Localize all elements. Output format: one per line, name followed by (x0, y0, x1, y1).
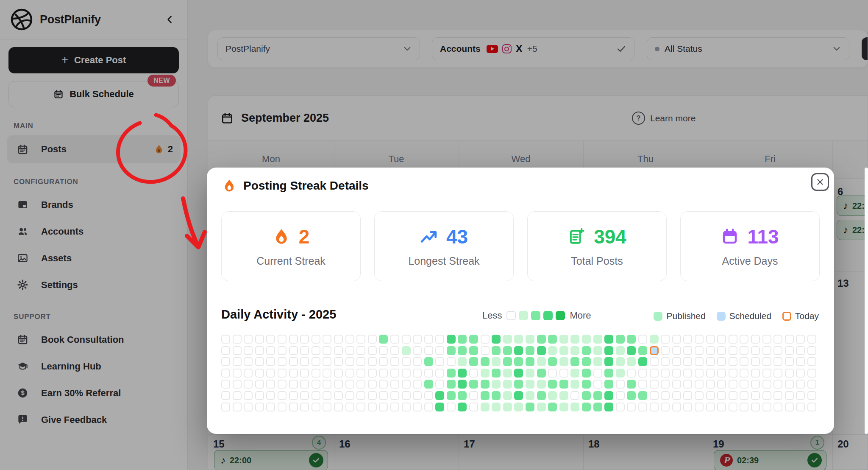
heatmap-cell (435, 357, 444, 366)
heatmap-cell (729, 391, 737, 400)
heatmap-cell (368, 403, 377, 411)
heatmap-cell (266, 369, 275, 378)
heatmap-cell (570, 357, 579, 366)
heatmap-cell (773, 346, 782, 355)
heatmap-cell (650, 403, 659, 411)
heatmap-cell (717, 403, 726, 411)
heatmap-cell (548, 357, 557, 366)
heatmap-cell (447, 391, 456, 400)
heatmap-cell (469, 391, 478, 400)
heatmap-cell (672, 346, 681, 355)
heatmap-cell (807, 403, 816, 411)
close-button[interactable] (811, 173, 829, 191)
heatmap-cell (424, 391, 433, 400)
heatmap-cell (481, 369, 490, 378)
heatmap-cell (773, 369, 782, 378)
heatmap-cell (503, 391, 512, 400)
heatmap-cell (616, 380, 625, 389)
heatmap-cell (233, 369, 242, 378)
heatmap-cell (807, 346, 816, 355)
heatmap-cell (514, 391, 523, 400)
heatmap-cell (289, 357, 298, 366)
heatmap-cell (469, 403, 478, 411)
heatmap-cell (548, 403, 557, 411)
heatmap-cell (548, 380, 557, 389)
trend-icon (420, 228, 438, 246)
heatmap-cell (604, 357, 613, 366)
heatmap-cell (683, 335, 692, 344)
heatmap-cell (650, 391, 659, 400)
heatmap-cell (379, 357, 388, 366)
heatmap-cell (323, 357, 331, 366)
heatmap-cell (582, 391, 591, 400)
heatmap-cell (537, 403, 546, 411)
heatmap-cell (661, 346, 670, 355)
heatmap-cell (548, 346, 557, 355)
heatmap-cell (469, 357, 478, 366)
heatmap-cell (244, 403, 253, 411)
heatmap-cell (683, 357, 692, 366)
heatmap-cell (379, 369, 388, 378)
heatmap-cell (413, 403, 422, 411)
scrollbar[interactable] (865, 168, 868, 434)
heatmap-cell (300, 346, 309, 355)
heatmap-cell (807, 335, 816, 344)
heatmap-cell (334, 380, 343, 389)
heatmap-cell (233, 391, 242, 400)
heatmap-cell (435, 369, 444, 378)
heatmap-cell (458, 335, 467, 344)
activity-title: Daily Activity - 2025 (221, 308, 336, 322)
heatmap-cell (796, 391, 805, 400)
heatmap-cell (706, 346, 715, 355)
heatmap-cell (458, 380, 467, 389)
heatmap-cell (729, 357, 737, 366)
modal-header: Posting Streak Details (222, 179, 369, 193)
heatmap-cell (672, 391, 681, 400)
heatmap-cell (717, 391, 726, 400)
heatmap-cell (379, 346, 388, 355)
heatmap-cell (492, 335, 501, 344)
scale-square (531, 311, 540, 320)
heatmap-cell (221, 391, 230, 400)
heatmap-cell (695, 335, 704, 344)
heatmap-cell (390, 335, 399, 344)
heatmap-cell (638, 346, 647, 355)
heatmap-cell (672, 357, 681, 366)
heatmap-cell (402, 380, 411, 389)
heatmap-cell (492, 391, 501, 400)
heatmap-cell (514, 369, 523, 378)
heatmap-cell (503, 357, 512, 366)
heatmap-cell (514, 346, 523, 355)
heatmap-cell (368, 357, 377, 366)
heatmap-cell (447, 335, 456, 344)
legend-today: Today (782, 311, 819, 321)
heatmap-cell (368, 335, 377, 344)
stat-card-active-days: 113Active Days (680, 211, 820, 281)
flame-icon (222, 179, 236, 193)
heatmap-cell (244, 369, 253, 378)
heatmap-cell (559, 403, 568, 411)
flame-icon (273, 228, 290, 246)
heatmap-cell (559, 335, 568, 344)
heatmap-cell (221, 346, 230, 355)
heatmap-cell (717, 380, 726, 389)
heatmap-cell (289, 391, 298, 400)
heatmap-cell (266, 380, 275, 389)
heatmap-cell (570, 346, 579, 355)
heatmap-cell (481, 346, 490, 355)
scale-square (556, 311, 565, 320)
scale-square (506, 311, 516, 320)
heatmap-cell (312, 369, 320, 378)
heatmap-cell (233, 403, 242, 411)
heatmap-cell (537, 369, 546, 378)
heatmap-cell (638, 380, 647, 389)
heatmap-cell (796, 403, 805, 411)
app-window: PostPlanify + Create Post Bulk Schedule … (0, 0, 868, 470)
heatmap-cell (390, 357, 399, 366)
heatmap-cell (582, 346, 591, 355)
heatmap-cell (356, 357, 365, 366)
heatmap-cell (390, 380, 399, 389)
heatmap-cell (627, 346, 636, 355)
heatmap-cell (627, 391, 636, 400)
heatmap-cell (334, 369, 343, 378)
